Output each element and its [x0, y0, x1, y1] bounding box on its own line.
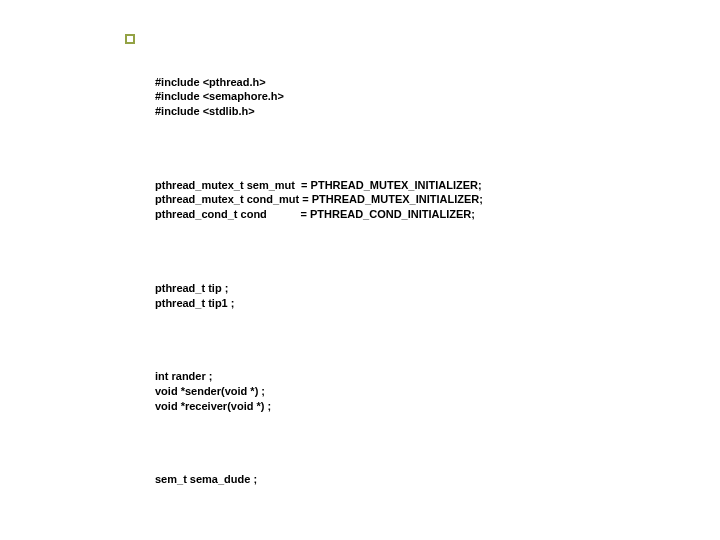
code-line: sem_t sema_dude ;: [155, 473, 257, 485]
code-line: #include <stdlib.h>: [155, 105, 255, 117]
code-line: #include <pthread.h>: [155, 76, 266, 88]
block-includes: #include <pthread.h> #include <semaphore…: [155, 60, 695, 119]
block-decls: int rander ; void *sender(void *) ; void…: [155, 354, 695, 413]
block-globals: pthread_mutex_t sem_mut = PTHREAD_MUTEX_…: [155, 163, 695, 222]
block-sem: sem_t sema_dude ;: [155, 457, 695, 487]
code-line: void *sender(void *) ;: [155, 385, 265, 397]
code-line: pthread_cond_t cond = PTHREAD_COND_INITI…: [155, 208, 475, 220]
code-block: #include <pthread.h> #include <semaphore…: [155, 30, 695, 540]
code-line: pthread_mutex_t cond_mut = PTHREAD_MUTEX…: [155, 193, 483, 205]
code-line: int rander ;: [155, 370, 212, 382]
code-line: void *receiver(void *) ;: [155, 400, 271, 412]
code-line: #include <semaphore.h>: [155, 90, 284, 102]
bullet-icon: [125, 34, 135, 44]
code-line: pthread_mutex_t sem_mut = PTHREAD_MUTEX_…: [155, 179, 482, 191]
code-line: pthread_t tip1 ;: [155, 297, 234, 309]
block-main-sig: main(): [155, 530, 695, 540]
block-threads: pthread_t tip ; pthread_t tip1 ;: [155, 266, 695, 311]
slide: #include <pthread.h> #include <semaphore…: [0, 0, 720, 540]
code-line: pthread_t tip ;: [155, 282, 228, 294]
